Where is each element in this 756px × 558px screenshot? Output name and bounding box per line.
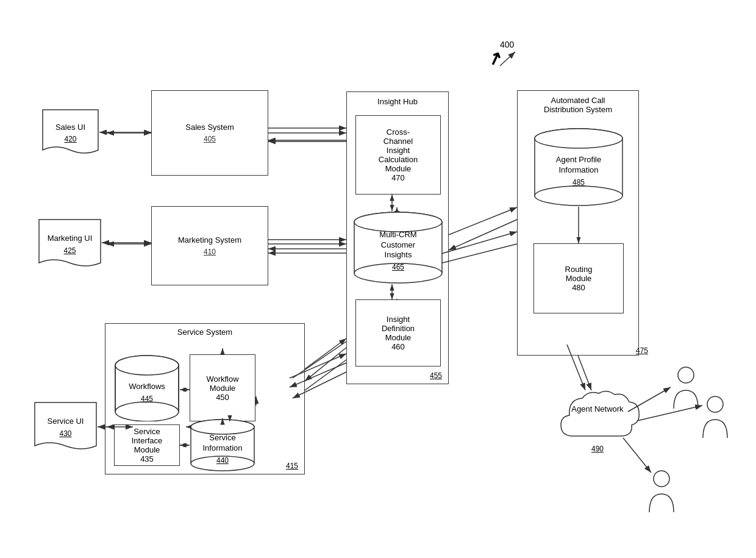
marketing-system-label: Marketing System (178, 235, 241, 246)
marketing-ui-label: Marketing UI (48, 234, 93, 244)
diagram-container: 400 ↗ Sales UI 420 Sales System 405 Mark… (0, 0, 756, 558)
service-system-label: Service System (177, 327, 232, 337)
multi-crm-label: Multi-CRMCustomerInsights (379, 230, 416, 261)
svg-point-64 (654, 471, 669, 487)
service-ui-label: Service UI (48, 417, 84, 427)
figure-arrow: ↗ (485, 47, 505, 71)
agent-network-cloud: Agent Network 490 (549, 387, 646, 454)
service-system-container: Service System 415 Workflows 445 Workflo… (105, 323, 305, 474)
svg-point-36 (191, 420, 254, 434)
marketing-ui-node: Marketing UI 425 (38, 218, 102, 270)
insight-hub-container: Insight Hub 455 Cross-ChannelInsightCalc… (346, 91, 449, 384)
service-info-label: ServiceInformation (202, 433, 242, 454)
svg-line-78 (578, 356, 591, 390)
svg-line-82 (305, 360, 346, 390)
sales-ui-node: Sales UI 420 (41, 109, 99, 157)
agent-person-1 (671, 366, 701, 415)
routing-module-ref: 480 (572, 283, 585, 292)
sales-system-ref: 405 (204, 135, 216, 143)
agent-network-label: Agent Network (571, 404, 623, 413)
figure-label: 400 (500, 40, 514, 49)
agent-person-2 (700, 395, 730, 444)
svg-point-30 (115, 356, 179, 375)
routing-module-label: RoutingModule (565, 265, 593, 283)
svg-point-63 (707, 396, 723, 412)
svg-line-74 (305, 348, 346, 381)
svg-point-62 (678, 367, 694, 383)
multi-crm-ref: 465 (392, 263, 404, 271)
service-system-ref: 415 (286, 462, 298, 470)
workflow-module-ref: 450 (216, 393, 229, 402)
marketing-system-ref: 410 (204, 248, 216, 256)
svg-line-76 (449, 207, 517, 235)
svg-point-29 (115, 402, 179, 421)
workflows-label: Workflows (129, 382, 165, 392)
multi-crm-cylinder: Multi-CRMCustomerInsights 465 (353, 211, 443, 284)
workflow-module-label: WorkflowModule (206, 374, 238, 393)
service-ui-node: Service UI 430 (34, 401, 98, 453)
workflows-ref: 445 (141, 395, 153, 403)
svg-point-58 (535, 186, 622, 206)
service-interface-ref: 435 (140, 454, 154, 463)
agent-profile-ref: 485 (572, 178, 585, 187)
svg-line-75 (305, 338, 346, 369)
service-ui-ref: 430 (59, 429, 71, 438)
svg-point-59 (535, 129, 622, 148)
insight-def-box: InsightDefinitionModule 460 (355, 299, 441, 367)
sales-ui-label: Sales UI (55, 123, 85, 133)
cross-channel-ref: 470 (391, 173, 405, 182)
svg-line-77 (449, 220, 517, 250)
insight-def-ref: 460 (391, 342, 405, 351)
cross-channel-box: Cross-ChannelInsightCalculationModule 47… (355, 115, 441, 195)
workflows-cylinder: Workflows 445 (114, 354, 180, 421)
agent-network-ref: 490 (591, 445, 604, 453)
service-interface-label: ServiceInterfaceModule (132, 427, 163, 454)
ref-475: 475 (636, 346, 648, 355)
cross-channel-label: Cross-ChannelInsightCalculationModule (379, 127, 418, 173)
service-interface-box: ServiceInterfaceModule 435 (114, 424, 180, 466)
svg-point-49 (354, 212, 442, 232)
insight-hub-title: Insight Hub (377, 97, 418, 106)
acd-title: Automated CallDistribution System (544, 96, 612, 114)
routing-module-box: RoutingModule 480 (533, 243, 624, 313)
service-info-cylinder: ServiceInformation 440 (190, 418, 255, 473)
sales-system-box: Sales System 405 (151, 90, 268, 176)
marketing-system-box: Marketing System 410 (151, 206, 268, 285)
acd-system-container: Automated CallDistribution System Agent … (517, 90, 639, 356)
marketing-ui-ref: 425 (63, 246, 76, 255)
sales-ui-ref: 420 (64, 135, 76, 143)
insight-hub-ref: 455 (430, 371, 442, 380)
workflow-module-box: WorkflowModule 450 (190, 354, 255, 421)
agent-profile-label: Agent ProfileInformation (556, 155, 601, 176)
sales-system-label: Sales System (185, 123, 234, 133)
insight-def-label: InsightDefinitionModule (382, 315, 415, 342)
agent-person-3 (646, 470, 677, 518)
agent-profile-cylinder: Agent ProfileInformation 485 (533, 127, 624, 207)
service-info-ref: 440 (216, 456, 229, 465)
